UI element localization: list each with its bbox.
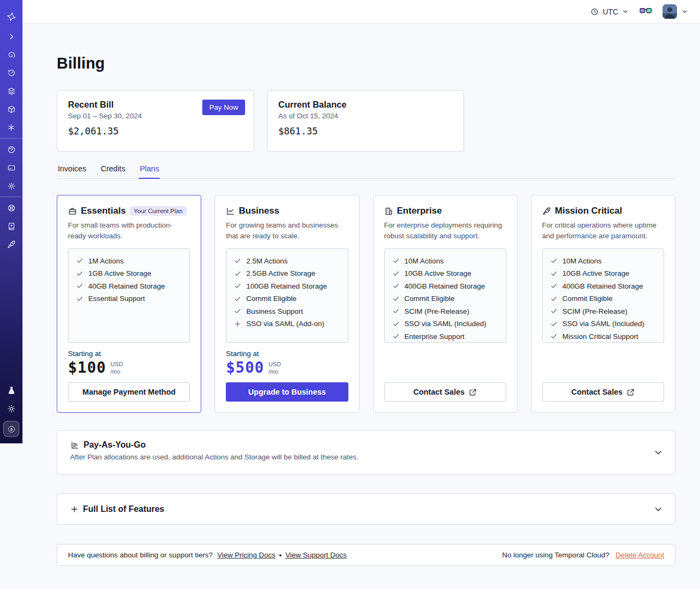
plan-price: $500 xyxy=(226,359,264,376)
pay-now-button[interactable]: Pay Now xyxy=(202,100,245,115)
check-icon xyxy=(76,295,83,303)
asterisk-icon[interactable] xyxy=(0,118,22,137)
plan-name: Essentials xyxy=(81,206,126,216)
check-icon xyxy=(76,257,83,265)
sidebar-item-billing-active[interactable]: $ xyxy=(3,421,19,437)
chevron-down-icon[interactable] xyxy=(653,448,663,457)
delete-account-link[interactable]: Delete Account xyxy=(615,551,664,559)
feature-row: Commit Eligible xyxy=(392,294,498,303)
settings-gear-icon[interactable] xyxy=(0,177,22,195)
labs-flask-icon[interactable] xyxy=(0,381,22,399)
pay-as-you-go-panel[interactable]: Pay-As-You-Go After Plan allocations are… xyxy=(57,430,675,475)
feature-row: 10M Actions xyxy=(550,257,656,265)
check-icon xyxy=(392,307,400,315)
feature-row: Mission Critical Support xyxy=(550,333,656,341)
check-icon xyxy=(392,270,400,277)
theme-sun-icon[interactable] xyxy=(0,399,22,418)
upgrade-to-business-button[interactable]: Upgrade to Business xyxy=(226,382,348,402)
plan-name: Enterprise xyxy=(397,206,442,216)
tab-credits[interactable]: Credits xyxy=(100,164,126,178)
check-icon xyxy=(234,295,241,303)
chevron-down-icon[interactable] xyxy=(653,504,663,514)
full-features-panel[interactable]: Full List of Features xyxy=(57,493,675,525)
view-support-docs-link[interactable]: View Support Docs xyxy=(285,551,347,559)
feature-row: Essential Support xyxy=(76,294,182,303)
recent-bill-card: Recent Bill Sep 01 – Sep 30, 2024 $2,061… xyxy=(57,90,254,152)
check-icon xyxy=(550,320,558,328)
tab-plans[interactable]: Plans xyxy=(139,164,160,178)
temporal-logo-icon[interactable] xyxy=(0,7,22,25)
timezone-selector[interactable]: UTC xyxy=(590,7,629,16)
billing-card-icon[interactable] xyxy=(0,158,22,177)
docs-book-icon[interactable] xyxy=(0,217,22,235)
chevron-down-icon xyxy=(622,8,629,15)
external-link-icon xyxy=(469,388,477,396)
feature-row: Commit Eligible xyxy=(550,294,656,303)
plan-feature-list: 1M Actions 1GB Active Storage 40GB Retai… xyxy=(68,248,190,343)
current-plan-badge: Your Current Plan xyxy=(130,206,187,216)
main-content: Billing Recent Bill Sep 01 – Sep 30, 202… xyxy=(22,24,700,589)
getting-started-rocket-icon[interactable] xyxy=(0,235,22,253)
plan-feature-list: 10M Actions 10GB Active Storage 400GB Re… xyxy=(542,248,664,343)
separator-dot: • xyxy=(279,551,281,559)
layers-icon[interactable] xyxy=(0,82,22,100)
check-icon xyxy=(234,307,241,315)
plus-icon xyxy=(70,505,79,514)
schedules-icon[interactable] xyxy=(0,64,22,82)
current-balance-card: Current Balance As of Oct 15, 2024 $861.… xyxy=(267,90,464,152)
feature-row: 2.5M Actions xyxy=(234,257,340,265)
support-lifebuoy-icon[interactable] xyxy=(0,199,22,217)
external-link-icon xyxy=(627,388,635,396)
check-icon xyxy=(234,282,241,290)
starting-at-label: Starting at xyxy=(226,350,348,358)
paygo-subtitle: After Plan allocations are used, additio… xyxy=(70,453,662,461)
footer-delete-text: No longer using Temporal Cloud? Delete A… xyxy=(502,551,664,559)
feature-row: 1GB Active Storage xyxy=(76,269,182,277)
feature-row: 10M Actions xyxy=(392,257,498,265)
feature-row: Business Support xyxy=(234,307,340,315)
current-balance-as-of: As of Oct 15, 2024 xyxy=(278,112,453,120)
user-avatar[interactable] xyxy=(663,4,677,19)
check-icon xyxy=(392,282,400,290)
check-icon xyxy=(550,307,558,315)
plan-description: For small teams with production-ready wo… xyxy=(68,220,190,242)
sidebar-divider xyxy=(0,138,22,139)
check-icon xyxy=(550,270,558,277)
check-icon xyxy=(550,295,558,303)
check-icon xyxy=(234,270,241,277)
price-currency: USD xyxy=(110,361,123,367)
plan-name: Business xyxy=(239,206,279,216)
plan-description: For critical operations where uptime and… xyxy=(542,220,664,242)
tab-invoices[interactable]: Invoices xyxy=(57,164,87,178)
plan-card-business: Business For growing teams and businesse… xyxy=(215,195,359,413)
contact-sales-button[interactable]: Contact Sales xyxy=(384,382,506,402)
dev-glasses-icon[interactable] xyxy=(640,7,652,16)
feature-row: 400GB Retained Storage xyxy=(392,282,498,290)
price-period: /mo xyxy=(269,368,278,375)
delete-question: No longer using Temporal Cloud? xyxy=(502,551,609,559)
summary-cards: Recent Bill Sep 01 – Sep 30, 2024 $2,061… xyxy=(57,90,675,152)
expand-sidebar-icon[interactable] xyxy=(0,27,22,46)
recent-bill-amount: $2,061.35 xyxy=(68,126,243,137)
plan-price: $100 xyxy=(68,359,106,376)
plan-feature-list: 10M Actions 10GB Active Storage 400GB Re… xyxy=(384,248,506,343)
view-pricing-docs-link[interactable]: View Pricing Docs xyxy=(217,551,276,559)
manage-payment-method-button[interactable]: Manage Payment Method xyxy=(68,382,190,402)
briefcase-icon xyxy=(68,207,77,216)
billing-footer: Have questions about billing or support … xyxy=(57,544,675,566)
check-icon xyxy=(550,333,558,340)
price-block: Starting at $500 USD/mo xyxy=(226,350,348,376)
deployments-cube-icon[interactable] xyxy=(0,100,22,118)
page-title: Billing xyxy=(57,55,675,72)
check-icon xyxy=(550,257,558,265)
namespaces-icon[interactable] xyxy=(0,46,22,64)
chevron-down-icon[interactable] xyxy=(681,8,688,15)
feature-row: SSO via SAML (Included) xyxy=(392,320,498,328)
sidebar-nav: $ xyxy=(0,0,22,443)
dollar-glyph: $ xyxy=(10,427,13,432)
check-icon xyxy=(392,333,400,340)
usage-meter-icon[interactable] xyxy=(0,140,22,158)
contact-sales-button[interactable]: Contact Sales xyxy=(542,382,664,402)
feature-row: 40GB Retained Storage xyxy=(76,282,182,290)
feature-row: 1M Actions xyxy=(76,257,182,265)
